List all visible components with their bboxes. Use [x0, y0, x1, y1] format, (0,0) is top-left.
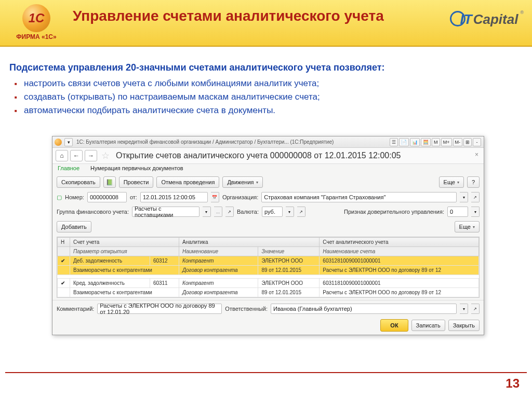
titlebar-btn[interactable]: ☰	[390, 138, 398, 146]
app-titlebar: ▾ 1С: Бухгалтерия некредитной финансовой…	[52, 136, 484, 148]
trust-input[interactable]: 0	[447, 207, 468, 217]
table-row[interactable]: ✔ Деб. задолженность 60312 Контрагент ЭЛ…	[58, 256, 479, 266]
responsible-dropdown-icon[interactable]: ▾	[460, 304, 468, 314]
comment-label: Комментарий:	[57, 306, 94, 312]
col-value: Значение	[258, 247, 320, 256]
date-label: от:	[130, 194, 137, 200]
logo-itcapital: ITCapital ®	[450, 11, 523, 28]
titlebar-btn[interactable]: ⊞	[463, 138, 472, 146]
col-n[interactable]: Н	[58, 238, 70, 247]
responsible-label: Ответственный:	[225, 306, 268, 312]
date-input[interactable]: 12.01.2015 12:00:05	[140, 192, 208, 202]
footer-divider	[5, 372, 527, 373]
tab-numeration[interactable]: Нумерация первичных документов	[90, 165, 183, 171]
window-title-text: 1С: Бухгалтерия некредитной финансовой о…	[73, 139, 389, 145]
col-account-name: Наименование счета	[320, 247, 479, 256]
bullet-item: автоматически подбирать аналитические сч…	[15, 105, 523, 116]
org-open-icon[interactable]: ↗	[471, 192, 480, 202]
titlebar-m-btn[interactable]: М	[432, 138, 440, 146]
date-picker-icon[interactable]: 📅	[211, 192, 219, 202]
col-open-param: Параметр открытия	[70, 247, 179, 256]
responsible-open-icon[interactable]: ↗	[471, 304, 480, 314]
trust-dropdown-icon[interactable]: ▾	[471, 207, 480, 217]
save-button[interactable]: Записать	[411, 320, 445, 331]
titlebar-btn[interactable]: -	[473, 138, 481, 146]
page-number: 13	[506, 376, 520, 391]
org-input[interactable]: Страховая компания "Гарантия Страхования…	[261, 192, 457, 202]
logo-1c-ball: 1С	[22, 4, 50, 32]
checkbox-icon[interactable]: ✔	[58, 256, 70, 266]
currency-dropdown-icon[interactable]: ▾	[286, 207, 294, 217]
col-account[interactable]: Счет учета	[70, 238, 179, 247]
close-tab-icon[interactable]: ×	[475, 151, 478, 158]
col-analytics[interactable]: Аналитика	[179, 238, 319, 247]
slide-title: Управление счетами аналитического учета	[73, 7, 400, 25]
currency-input[interactable]: руб.	[262, 207, 283, 217]
copy-button[interactable]: Скопировать	[57, 176, 100, 188]
back-button[interactable]: ←	[70, 150, 83, 161]
logo-1c-label: ФИРМА «1С»	[5, 33, 68, 40]
forward-button[interactable]: →	[85, 150, 97, 161]
app-orb-icon[interactable]	[55, 139, 62, 146]
data-grid[interactable]: Н Счет учета Аналитика Счет аналитическо…	[57, 237, 480, 298]
titlebar-btn[interactable]: 📄	[399, 138, 409, 146]
group-dropdown-icon[interactable]: ▾	[203, 207, 211, 217]
post-icon-button[interactable]: 📗	[103, 176, 116, 188]
document-title: Открытие счетов аналитического учета 000…	[116, 151, 481, 160]
intro-text: Подсистема управления 20-значными счетам…	[9, 62, 523, 73]
tab-main[interactable]: Главное	[58, 165, 79, 171]
currency-label: Валюта:	[237, 209, 259, 215]
table-row[interactable]: Взаиморасчеты с контрагентами Договор ко…	[58, 288, 479, 297]
titlebar-mplus-btn[interactable]: М+	[441, 138, 452, 146]
titlebar-dropdown[interactable]: ▾	[64, 138, 73, 146]
home-button[interactable]: ⌂	[56, 150, 68, 161]
unpost-button[interactable]: Отмена проведения	[156, 176, 219, 188]
bullet-item: создавать (открывать) по настраиваемым м…	[15, 92, 523, 102]
help-button[interactable]: ?	[467, 176, 480, 188]
org-dropdown-icon[interactable]: ▾	[460, 192, 468, 202]
org-label: Организация:	[222, 194, 258, 200]
comment-input[interactable]: Расчеты с ЭЛЕКТРОН ООО по договору 89 от…	[97, 304, 222, 314]
add-button[interactable]: Добавить	[57, 221, 91, 232]
table-row[interactable]: ✔ Кред. задолженность 60311 Контрагент Э…	[58, 279, 479, 288]
responsible-input[interactable]: Иванова (Главный бухгалтер)	[271, 304, 457, 314]
group-label: Группа финансового учета:	[57, 209, 129, 215]
movements-button[interactable]: Движения	[222, 176, 262, 188]
number-input[interactable]: 000000008	[87, 192, 127, 202]
app-window: ▾ 1С: Бухгалтерия некредитной финансовой…	[52, 136, 484, 335]
titlebar-mminus-btn[interactable]: М-	[453, 138, 463, 146]
col-name: Наименование	[179, 247, 258, 256]
post-button[interactable]: Провести	[119, 176, 154, 188]
table-more-button[interactable]: Еще	[455, 221, 480, 232]
group-ellipsis-icon[interactable]: …	[214, 207, 222, 217]
logo-1c: 1С ФИРМА «1С»	[5, 4, 68, 40]
ok-button[interactable]: ОК	[380, 319, 408, 332]
group-input[interactable]: Расчеты с поставщиками	[132, 207, 200, 217]
table-row[interactable]: Взаиморасчеты с контрагентами Договор ко…	[58, 266, 479, 275]
titlebar-btn[interactable]: 📊	[410, 138, 420, 146]
col-analytical-account[interactable]: Счет аналитического учета	[320, 238, 479, 247]
more-button[interactable]: Еще	[439, 176, 464, 188]
currency-open-icon[interactable]: ↗	[297, 207, 305, 217]
number-label: Номер:	[65, 194, 84, 200]
trust-label: Признак доверительного управления:	[344, 209, 444, 215]
titlebar-btn[interactable]: 🧮	[421, 138, 431, 146]
close-button[interactable]: Закрыть	[448, 320, 480, 331]
favorite-icon[interactable]: ☆	[101, 150, 110, 161]
checkbox-icon[interactable]: ✔	[58, 279, 70, 288]
bullet-item: настроить связи счетов учета с любыми ко…	[15, 78, 523, 89]
group-open-icon[interactable]: ↗	[225, 207, 234, 217]
status-icon: ▢	[57, 194, 62, 201]
